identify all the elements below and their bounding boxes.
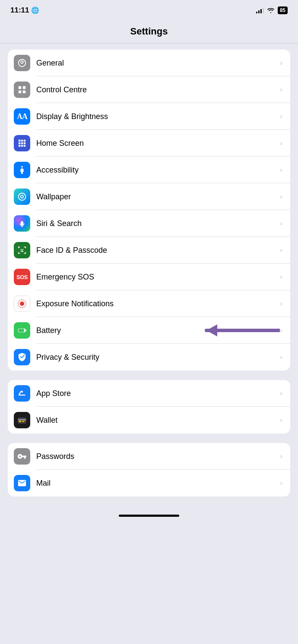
- passwords-icon: [14, 448, 30, 465]
- wallet-icon: [14, 412, 30, 428]
- faceid-icon: [14, 242, 30, 258]
- general-icon: [14, 55, 30, 71]
- svg-rect-8: [21, 142, 23, 145]
- control-centre-label: Control Centre: [36, 85, 280, 94]
- svg-rect-5: [21, 140, 23, 142]
- display-brightness-label: Display & Brightness: [36, 112, 280, 121]
- siri-icon: [14, 215, 30, 232]
- title-divider: [0, 43, 298, 44]
- status-time: 11:11 🌐: [10, 6, 39, 15]
- status-right: 85: [256, 6, 288, 14]
- home-screen-icon: [14, 135, 30, 151]
- settings-row-faceid[interactable]: Face ID & Passcode ›: [8, 237, 290, 264]
- exposure-icon: [14, 295, 30, 312]
- settings-row-battery[interactable]: Battery ›: [8, 317, 290, 344]
- svg-rect-2: [19, 91, 21, 93]
- app-store-label: App Store: [36, 389, 280, 398]
- passwords-chevron: ›: [280, 452, 282, 461]
- settings-row-siri-search[interactable]: Siri & Search ›: [8, 210, 290, 237]
- svg-point-18: [23, 249, 24, 250]
- settings-row-home-screen[interactable]: Home Screen ›: [8, 130, 290, 157]
- privacy-security-chevron: ›: [280, 353, 282, 361]
- settings-row-display-brightness[interactable]: AA Display & Brightness ›: [8, 103, 290, 130]
- svg-point-13: [21, 166, 23, 168]
- exposure-chevron: ›: [280, 299, 282, 308]
- settings-row-wallpaper[interactable]: Wallpaper ›: [8, 183, 290, 210]
- faceid-label: Face ID & Passcode: [36, 246, 280, 255]
- battery-percentage: 85: [278, 6, 288, 14]
- control-centre-chevron: ›: [280, 85, 282, 94]
- siri-search-chevron: ›: [280, 219, 282, 228]
- svg-rect-24: [19, 329, 24, 332]
- svg-point-20: [20, 302, 24, 306]
- home-indicator: [119, 515, 179, 517]
- battery-arrow-annotation: [189, 321, 280, 340]
- emergency-sos-label: Emergency SOS: [36, 273, 280, 282]
- app-store-chevron: ›: [280, 389, 282, 398]
- mail-icon: [14, 475, 30, 491]
- battery-chevron: ›: [280, 326, 282, 335]
- settings-row-exposure[interactable]: Exposure Notifications ›: [8, 290, 290, 317]
- emergency-sos-chevron: ›: [280, 273, 282, 281]
- faceid-chevron: ›: [280, 246, 282, 254]
- wifi-icon: [267, 7, 275, 13]
- settings-row-general[interactable]: General ›: [8, 50, 290, 76]
- svg-marker-25: [206, 324, 217, 336]
- svg-rect-23: [25, 330, 26, 331]
- wallet-chevron: ›: [280, 416, 282, 424]
- privacy-security-icon: [14, 349, 30, 365]
- general-chevron: ›: [280, 59, 282, 67]
- page-title: Settings: [0, 26, 298, 37]
- settings-row-wallet[interactable]: Wallet ›: [8, 407, 290, 434]
- svg-rect-4: [19, 140, 21, 142]
- settings-group-3: Passwords › Mail ›: [8, 443, 290, 496]
- svg-rect-11: [21, 145, 23, 147]
- settings-row-control-centre[interactable]: Control Centre ›: [8, 76, 290, 103]
- signal-icon: [256, 7, 264, 13]
- accessibility-chevron: ›: [280, 166, 282, 174]
- home-indicator-wrap: [0, 506, 298, 521]
- time-display: 11:11: [10, 6, 29, 15]
- display-brightness-chevron: ›: [280, 112, 282, 121]
- passwords-label: Passwords: [36, 452, 280, 461]
- svg-rect-9: [24, 142, 26, 145]
- svg-rect-7: [19, 142, 21, 145]
- settings-row-app-store[interactable]: App Store ›: [8, 380, 290, 407]
- svg-rect-28: [19, 421, 22, 422]
- battery-icon: [14, 322, 30, 339]
- emergency-sos-icon: SOS: [14, 269, 30, 285]
- display-brightness-icon: AA: [14, 108, 30, 125]
- settings-row-accessibility[interactable]: Accessibility ›: [8, 157, 290, 183]
- control-centre-icon: [14, 82, 30, 98]
- siri-search-label: Siri & Search: [36, 219, 280, 228]
- globe-icon: 🌐: [31, 6, 39, 14]
- wallpaper-label: Wallpaper: [36, 192, 280, 201]
- settings-group-2: App Store › Wallet ›: [8, 380, 290, 434]
- privacy-security-label: Privacy & Security: [36, 353, 280, 362]
- svg-rect-0: [19, 86, 21, 89]
- settings-row-mail[interactable]: Mail ›: [8, 470, 290, 496]
- wallpaper-icon: [14, 188, 30, 205]
- accessibility-label: Accessibility: [36, 166, 280, 175]
- mail-chevron: ›: [280, 479, 282, 487]
- settings-row-privacy-security[interactable]: Privacy & Security ›: [8, 344, 290, 371]
- svg-rect-1: [23, 86, 25, 89]
- settings-row-passwords[interactable]: Passwords ›: [8, 443, 290, 470]
- status-bar: 11:11 🌐 85: [0, 0, 298, 18]
- svg-rect-29: [22, 421, 25, 422]
- settings-group-1: General › Control Centre › AA Display & …: [8, 50, 290, 371]
- svg-rect-3: [23, 91, 25, 93]
- svg-rect-27: [18, 419, 26, 421]
- svg-rect-10: [19, 145, 21, 147]
- home-screen-label: Home Screen: [36, 139, 280, 148]
- svg-rect-12: [24, 145, 26, 147]
- exposure-label: Exposure Notifications: [36, 299, 280, 308]
- mail-label: Mail: [36, 479, 280, 488]
- wallpaper-chevron: ›: [280, 192, 282, 201]
- general-label: General: [36, 59, 280, 68]
- accessibility-icon: [14, 162, 30, 178]
- app-store-icon: [14, 385, 30, 402]
- settings-row-emergency-sos[interactable]: SOS Emergency SOS ›: [8, 264, 290, 290]
- page-title-wrap: Settings: [0, 18, 298, 43]
- home-screen-chevron: ›: [280, 139, 282, 148]
